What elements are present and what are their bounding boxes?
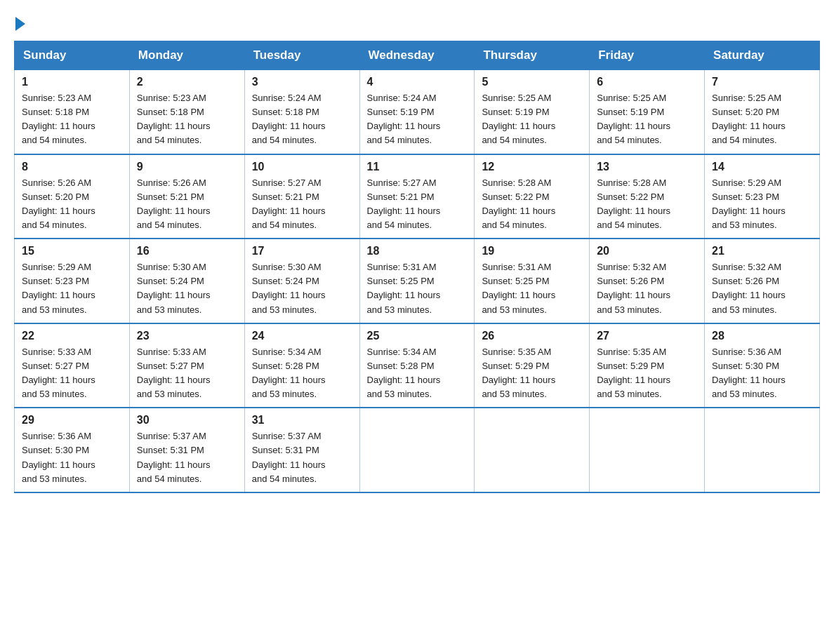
day-info: Sunrise: 5:25 AM Sunset: 5:19 PM Dayligh… <box>482 91 582 148</box>
day-info: Sunrise: 5:28 AM Sunset: 5:22 PM Dayligh… <box>597 176 697 233</box>
day-number: 3 <box>252 76 352 88</box>
calendar-day-cell: 25 Sunrise: 5:34 AM Sunset: 5:28 PM Dayl… <box>359 323 475 408</box>
day-info: Sunrise: 5:37 AM Sunset: 5:31 PM Dayligh… <box>137 429 237 486</box>
calendar-week-row: 22 Sunrise: 5:33 AM Sunset: 5:27 PM Dayl… <box>15 323 820 408</box>
calendar-day-cell: 26 Sunrise: 5:35 AM Sunset: 5:29 PM Dayl… <box>475 323 590 408</box>
day-info: Sunrise: 5:28 AM Sunset: 5:22 PM Dayligh… <box>482 176 582 233</box>
day-info: Sunrise: 5:33 AM Sunset: 5:27 PM Dayligh… <box>22 345 122 402</box>
day-info: Sunrise: 5:26 AM Sunset: 5:21 PM Dayligh… <box>137 176 237 233</box>
calendar-day-cell <box>359 408 475 492</box>
day-info: Sunrise: 5:35 AM Sunset: 5:29 PM Dayligh… <box>597 345 697 402</box>
day-info: Sunrise: 5:29 AM Sunset: 5:23 PM Dayligh… <box>22 260 122 317</box>
day-info: Sunrise: 5:24 AM Sunset: 5:19 PM Dayligh… <box>367 91 468 148</box>
day-number: 5 <box>482 76 582 88</box>
day-info: Sunrise: 5:27 AM Sunset: 5:21 PM Dayligh… <box>252 176 352 233</box>
calendar-day-cell: 31 Sunrise: 5:37 AM Sunset: 5:31 PM Dayl… <box>244 408 359 492</box>
day-number: 12 <box>482 161 582 173</box>
day-number: 9 <box>137 161 237 173</box>
calendar-day-cell <box>590 408 705 492</box>
day-number: 29 <box>22 414 122 427</box>
weekday-header-tuesday: Tuesday <box>244 41 359 70</box>
day-number: 18 <box>367 245 468 257</box>
day-info: Sunrise: 5:27 AM Sunset: 5:21 PM Dayligh… <box>367 176 468 233</box>
calendar-day-cell: 27 Sunrise: 5:35 AM Sunset: 5:29 PM Dayl… <box>590 323 705 408</box>
day-info: Sunrise: 5:33 AM Sunset: 5:27 PM Dayligh… <box>137 345 237 402</box>
day-info: Sunrise: 5:26 AM Sunset: 5:20 PM Dayligh… <box>22 176 122 233</box>
calendar-week-row: 15 Sunrise: 5:29 AM Sunset: 5:23 PM Dayl… <box>15 239 820 323</box>
day-number: 31 <box>252 414 352 427</box>
day-number: 6 <box>597 76 697 88</box>
day-info: Sunrise: 5:24 AM Sunset: 5:18 PM Dayligh… <box>252 91 352 148</box>
calendar-day-cell: 1 Sunrise: 5:23 AM Sunset: 5:18 PM Dayli… <box>15 70 130 154</box>
calendar-day-cell: 30 Sunrise: 5:37 AM Sunset: 5:31 PM Dayl… <box>129 408 244 492</box>
day-info: Sunrise: 5:23 AM Sunset: 5:18 PM Dayligh… <box>137 91 237 148</box>
day-number: 19 <box>482 245 582 257</box>
day-number: 8 <box>22 161 122 173</box>
day-number: 11 <box>367 161 468 173</box>
day-info: Sunrise: 5:31 AM Sunset: 5:25 PM Dayligh… <box>367 260 468 317</box>
calendar-day-cell: 6 Sunrise: 5:25 AM Sunset: 5:19 PM Dayli… <box>590 70 705 154</box>
day-number: 13 <box>597 161 697 173</box>
calendar-day-cell: 9 Sunrise: 5:26 AM Sunset: 5:21 PM Dayli… <box>129 154 244 239</box>
day-number: 15 <box>22 245 122 257</box>
calendar-day-cell: 23 Sunrise: 5:33 AM Sunset: 5:27 PM Dayl… <box>129 323 244 408</box>
calendar-day-cell: 14 Sunrise: 5:29 AM Sunset: 5:23 PM Dayl… <box>705 154 820 239</box>
calendar-day-cell: 15 Sunrise: 5:29 AM Sunset: 5:23 PM Dayl… <box>15 239 130 323</box>
day-info: Sunrise: 5:32 AM Sunset: 5:26 PM Dayligh… <box>712 260 812 317</box>
day-number: 17 <box>252 245 352 257</box>
calendar-day-cell <box>705 408 820 492</box>
calendar-table: SundayMondayTuesdayWednesdayThursdayFrid… <box>14 41 820 493</box>
calendar-day-cell: 3 Sunrise: 5:24 AM Sunset: 5:18 PM Dayli… <box>244 70 359 154</box>
calendar-day-cell: 7 Sunrise: 5:25 AM Sunset: 5:20 PM Dayli… <box>705 70 820 154</box>
calendar-day-cell: 13 Sunrise: 5:28 AM Sunset: 5:22 PM Dayl… <box>590 154 705 239</box>
logo <box>14 14 25 28</box>
calendar-day-cell: 10 Sunrise: 5:27 AM Sunset: 5:21 PM Dayl… <box>244 154 359 239</box>
calendar-day-cell: 22 Sunrise: 5:33 AM Sunset: 5:27 PM Dayl… <box>15 323 130 408</box>
day-number: 16 <box>137 245 237 257</box>
day-info: Sunrise: 5:30 AM Sunset: 5:24 PM Dayligh… <box>252 260 352 317</box>
day-number: 25 <box>367 330 468 342</box>
calendar-day-cell: 12 Sunrise: 5:28 AM Sunset: 5:22 PM Dayl… <box>475 154 590 239</box>
day-info: Sunrise: 5:25 AM Sunset: 5:19 PM Dayligh… <box>597 91 697 148</box>
calendar-day-cell: 2 Sunrise: 5:23 AM Sunset: 5:18 PM Dayli… <box>129 70 244 154</box>
calendar-week-row: 8 Sunrise: 5:26 AM Sunset: 5:20 PM Dayli… <box>15 154 820 239</box>
weekday-header-row: SundayMondayTuesdayWednesdayThursdayFrid… <box>15 41 820 70</box>
day-number: 21 <box>712 245 812 257</box>
calendar-day-cell: 18 Sunrise: 5:31 AM Sunset: 5:25 PM Dayl… <box>359 239 475 323</box>
day-info: Sunrise: 5:36 AM Sunset: 5:30 PM Dayligh… <box>22 429 122 486</box>
day-number: 10 <box>252 161 352 173</box>
logo-arrow-icon <box>15 17 25 31</box>
page-header <box>14 14 820 28</box>
day-info: Sunrise: 5:29 AM Sunset: 5:23 PM Dayligh… <box>712 176 812 233</box>
day-info: Sunrise: 5:30 AM Sunset: 5:24 PM Dayligh… <box>137 260 237 317</box>
day-info: Sunrise: 5:35 AM Sunset: 5:29 PM Dayligh… <box>482 345 582 402</box>
day-info: Sunrise: 5:36 AM Sunset: 5:30 PM Dayligh… <box>712 345 812 402</box>
day-number: 2 <box>137 76 237 88</box>
calendar-day-cell: 17 Sunrise: 5:30 AM Sunset: 5:24 PM Dayl… <box>244 239 359 323</box>
day-number: 27 <box>597 330 697 342</box>
day-info: Sunrise: 5:34 AM Sunset: 5:28 PM Dayligh… <box>367 345 468 402</box>
calendar-day-cell: 8 Sunrise: 5:26 AM Sunset: 5:20 PM Dayli… <box>15 154 130 239</box>
day-number: 20 <box>597 245 697 257</box>
weekday-header-monday: Monday <box>129 41 244 70</box>
calendar-day-cell: 29 Sunrise: 5:36 AM Sunset: 5:30 PM Dayl… <box>15 408 130 492</box>
calendar-week-row: 1 Sunrise: 5:23 AM Sunset: 5:18 PM Dayli… <box>15 70 820 154</box>
calendar-day-cell: 28 Sunrise: 5:36 AM Sunset: 5:30 PM Dayl… <box>705 323 820 408</box>
weekday-header-saturday: Saturday <box>705 41 820 70</box>
weekday-header-wednesday: Wednesday <box>359 41 475 70</box>
day-info: Sunrise: 5:23 AM Sunset: 5:18 PM Dayligh… <box>22 91 122 148</box>
day-number: 1 <box>22 76 122 88</box>
calendar-day-cell: 20 Sunrise: 5:32 AM Sunset: 5:26 PM Dayl… <box>590 239 705 323</box>
day-number: 24 <box>252 330 352 342</box>
calendar-day-cell: 5 Sunrise: 5:25 AM Sunset: 5:19 PM Dayli… <box>475 70 590 154</box>
calendar-day-cell <box>475 408 590 492</box>
day-number: 22 <box>22 330 122 342</box>
calendar-day-cell: 11 Sunrise: 5:27 AM Sunset: 5:21 PM Dayl… <box>359 154 475 239</box>
day-info: Sunrise: 5:32 AM Sunset: 5:26 PM Dayligh… <box>597 260 697 317</box>
calendar-day-cell: 24 Sunrise: 5:34 AM Sunset: 5:28 PM Dayl… <box>244 323 359 408</box>
day-number: 26 <box>482 330 582 342</box>
day-number: 4 <box>367 76 468 88</box>
weekday-header-thursday: Thursday <box>475 41 590 70</box>
day-number: 7 <box>712 76 812 88</box>
day-info: Sunrise: 5:25 AM Sunset: 5:20 PM Dayligh… <box>712 91 812 148</box>
